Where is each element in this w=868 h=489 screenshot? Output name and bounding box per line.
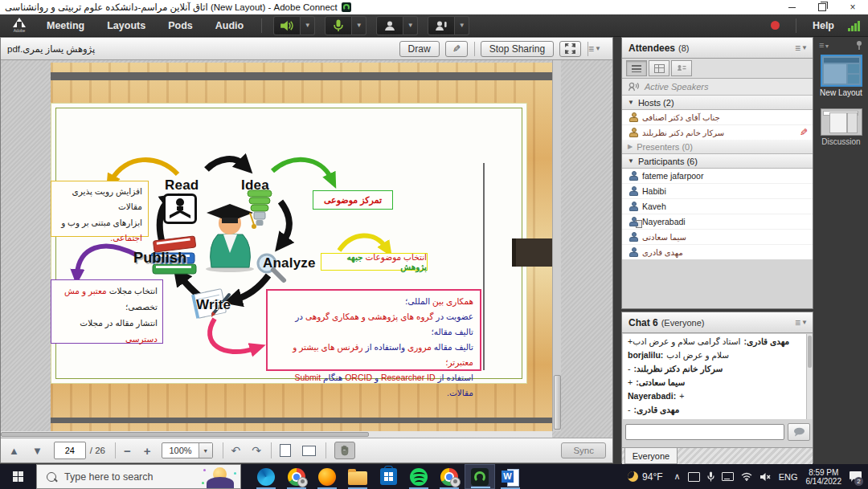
start-button[interactable] <box>0 464 36 489</box>
participants-section-header[interactable]: ▼ Participants (6) <box>622 154 813 169</box>
tray-keyboard-icon[interactable] <box>722 472 734 481</box>
fit-width-button[interactable] <box>302 446 316 456</box>
chat-message: + سیما سعادتی <box>623 375 807 389</box>
vertical-scrollbar[interactable] <box>552 60 561 431</box>
taskbar-chrome-2[interactable] <box>434 464 465 489</box>
device-badge-icon <box>636 220 642 228</box>
chat-pod-menu-icon[interactable]: ≡▼ <box>795 317 808 328</box>
restore-button[interactable] <box>807 0 837 14</box>
fit-page-button[interactable] <box>280 444 291 457</box>
attendees-pod-menu-icon[interactable]: ≡▼ <box>795 43 808 54</box>
help-menu[interactable]: Help <box>813 20 834 31</box>
connection-signal-icon[interactable] <box>847 20 860 31</box>
page-number-input[interactable] <box>54 442 86 459</box>
close-button[interactable]: × <box>837 0 868 14</box>
taskbar-weather[interactable]: 94°F <box>628 471 662 483</box>
attendee-row[interactable]: مهدی قادری <box>622 244 813 259</box>
fullscreen-icon <box>565 43 575 54</box>
zoom-dropdown-icon[interactable]: ▼ <box>199 443 212 458</box>
chat-message-list[interactable]: استاد گرامی سلام و عرض ادب+ مهدی قادری b… <box>623 334 807 419</box>
attendee-row[interactable]: سیما سعادتی <box>622 229 813 244</box>
taskbar-file-explorer[interactable] <box>342 464 373 489</box>
chat-tab-everyone[interactable]: Everyone <box>624 448 678 464</box>
hosts-section-header[interactable]: ▼ Hosts (2) <box>622 96 813 110</box>
taskbar-adobe-connect[interactable] <box>465 464 495 489</box>
attendees-pod-header[interactable]: Attendees (8) ≡▼ <box>622 38 813 59</box>
breakout-view-button[interactable] <box>649 60 669 76</box>
status-dropdown[interactable]: ▼ <box>455 16 469 35</box>
zoom-in-button[interactable]: + <box>144 444 151 458</box>
share-pod-menu-icon[interactable]: ≡▼ <box>588 43 601 55</box>
attendee-row[interactable]: Kaveh <box>622 198 813 214</box>
speaker-button[interactable] <box>273 16 301 35</box>
pin-icon[interactable] <box>855 40 863 50</box>
menu-layouts[interactable]: Layouts <box>96 14 157 37</box>
taskbar-firefox[interactable] <box>312 464 342 489</box>
participant-name: Kaveh <box>642 202 666 211</box>
menu-audio[interactable]: Audio <box>204 14 255 37</box>
zoom-level-select[interactable]: 100% ▼ <box>162 442 212 458</box>
share-pod-header[interactable]: پژوهش یساز یمری.pdf Draw ✎ Stop Sharing … <box>1 38 612 60</box>
taskbar-clock[interactable]: 8:59 PM 6/14/2022 <box>806 468 842 486</box>
microphone-dropdown[interactable]: ▼ <box>352 16 366 35</box>
tray-wifi-icon[interactable] <box>741 472 752 481</box>
presenters-section-header[interactable]: ▶ Presenters (0) <box>622 140 813 154</box>
search-highlight-art[interactable] <box>200 466 239 488</box>
chat-scrollbar[interactable] <box>806 334 813 419</box>
pen-tool-button[interactable]: ✎ <box>445 41 468 57</box>
webcam-dropdown[interactable]: ▼ <box>403 16 418 35</box>
active-speakers-label: Active Speakers <box>645 82 708 92</box>
send-message-button[interactable] <box>788 423 810 441</box>
tray-volume-muted-icon[interactable] <box>760 472 771 482</box>
list-view-icon <box>632 65 641 72</box>
zoom-out-button[interactable]: − <box>124 444 131 458</box>
taskbar-search[interactable]: Type here to search <box>36 464 241 489</box>
horizontal-scrollbar-thumb[interactable] <box>1 432 369 437</box>
tray-display-icon[interactable] <box>688 472 700 482</box>
taskbar-chrome[interactable] <box>281 464 312 489</box>
taskbar-store[interactable] <box>373 464 403 489</box>
menu-meeting[interactable]: Meeting <box>35 14 96 37</box>
chat-input[interactable] <box>625 424 784 440</box>
layout-thumbnail-discussion[interactable] <box>821 108 862 136</box>
speaker-dropdown[interactable]: ▼ <box>301 16 315 35</box>
taskbar-word[interactable]: W <box>495 464 526 489</box>
layout-thumbnail-new-layout[interactable] <box>821 55 862 87</box>
horizontal-scrollbar[interactable] <box>1 431 552 438</box>
next-page-button[interactable]: ▼ <box>32 445 43 457</box>
rotate-left-button[interactable]: ↶ <box>231 444 241 457</box>
tray-microphone-icon[interactable] <box>707 471 714 482</box>
taskbar-edge[interactable] <box>251 464 281 489</box>
stop-sharing-button[interactable]: Stop Sharing <box>481 41 554 57</box>
attendee-row[interactable]: Nayerabadi <box>622 214 813 229</box>
fullscreen-button[interactable] <box>559 41 581 57</box>
chat-pod-header[interactable]: Chat 6 (Everyone) ≡▼ <box>622 312 813 333</box>
attendee-row[interactable]: سرکار خانم دکتر نظربلند ✎ <box>622 124 813 140</box>
attendee-row[interactable]: Habibi <box>622 183 813 198</box>
sync-button[interactable]: Sync <box>561 442 606 458</box>
status-button[interactable] <box>428 16 455 35</box>
attendee-list-view-button[interactable] <box>626 60 647 76</box>
layouts-menu-icon[interactable]: ≡▼ <box>819 40 829 50</box>
menu-pods[interactable]: Pods <box>157 14 204 37</box>
participant-avatar-icon <box>628 217 639 227</box>
chat-scrollbar-thumb[interactable] <box>808 336 812 368</box>
language-indicator[interactable]: ENG <box>779 472 798 482</box>
previous-page-button[interactable]: ▲ <box>9 445 19 457</box>
attendee-row[interactable]: fateme jafarpoor <box>622 169 813 183</box>
tray-chevron-icon[interactable]: ∧ <box>674 471 681 482</box>
microphone-button[interactable] <box>325 16 352 35</box>
participant-name: Habibi <box>642 186 666 196</box>
attendee-row[interactable]: جناب آقای دکتر اصنافی <box>622 110 813 124</box>
pan-tool-button[interactable] <box>334 442 355 459</box>
webcam-button[interactable] <box>376 16 403 35</box>
rotate-right-button[interactable]: ↷ <box>252 444 261 457</box>
status-view-button[interactable] <box>671 60 692 76</box>
taskbar-spotify[interactable] <box>403 464 434 489</box>
draw-button[interactable]: Draw <box>399 41 440 57</box>
minimize-button[interactable] <box>776 0 807 14</box>
recording-indicator[interactable] <box>771 21 780 30</box>
collapse-triangle-icon: ▼ <box>628 157 634 165</box>
vertical-scrollbar-thumb[interactable] <box>554 375 561 430</box>
participant-avatar-icon <box>628 247 639 258</box>
